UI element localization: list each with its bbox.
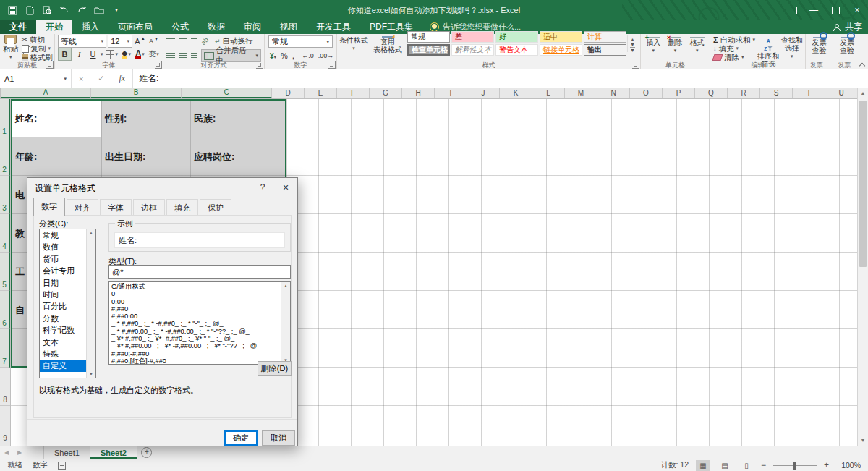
dialog-help-icon[interactable]: ? bbox=[251, 178, 274, 197]
maximize-icon[interactable] bbox=[825, 0, 846, 20]
close-icon[interactable]: × bbox=[846, 0, 868, 20]
gallery-more-icon[interactable]: ▼ bbox=[630, 47, 635, 53]
zoom-level[interactable]: 100% bbox=[836, 461, 861, 470]
format-as-table-button[interactable]: 套用 表格格式 bbox=[369, 35, 407, 52]
column-header[interactable]: C bbox=[182, 88, 272, 98]
invoice-check-button-2[interactable]: 发票 查验 bbox=[834, 35, 860, 52]
select-all-corner[interactable] bbox=[0, 88, 1, 98]
cell-c2-text[interactable]: 应聘岗位: bbox=[194, 137, 234, 176]
sheet-nav-left-icon[interactable]: ◀ bbox=[0, 446, 13, 459]
font-dialog-launcher-icon[interactable] bbox=[155, 61, 162, 69]
copy-button[interactable]: 复制▾ bbox=[22, 44, 54, 53]
row-header[interactable]: 8 bbox=[0, 368, 10, 406]
accounting-format-icon[interactable]: ¥▾ bbox=[270, 52, 276, 60]
insert-function-icon[interactable]: fx bbox=[119, 73, 125, 84]
row-header[interactable]: 5 bbox=[0, 253, 10, 291]
grow-font-icon[interactable]: A▲ bbox=[134, 35, 146, 47]
cell-style-chip[interactable]: 好 bbox=[495, 31, 538, 43]
scroll-up-icon[interactable]: ▲ bbox=[89, 231, 93, 235]
cell-b1-text[interactable]: 性别: bbox=[105, 99, 127, 137]
insert-cells-button[interactable]: 插入▾ bbox=[642, 35, 664, 52]
print-preview-icon[interactable] bbox=[39, 2, 55, 18]
minimize-icon[interactable]: — bbox=[803, 0, 825, 20]
clipboard-dialog-launcher-icon[interactable] bbox=[46, 61, 54, 69]
column-header[interactable]: G bbox=[370, 88, 402, 98]
category-scrollbar[interactable]: ▲▼ bbox=[86, 229, 95, 378]
cell-style-chip[interactable]: 差 bbox=[451, 31, 494, 43]
gallery-scroll-down-icon[interactable]: ▼ bbox=[630, 42, 635, 47]
column-header[interactable]: O bbox=[630, 88, 663, 98]
invoice-check-button-1[interactable]: 发票 查验 bbox=[807, 35, 833, 52]
column-header[interactable]: H bbox=[402, 88, 435, 98]
cell-style-chip[interactable]: 警告文本 bbox=[495, 44, 538, 56]
sort-filter-button[interactable]: AZ 排序和筛选 ▾ bbox=[757, 35, 780, 52]
column-header[interactable]: Q bbox=[695, 88, 728, 98]
scroll-down-icon[interactable]: ▼ bbox=[89, 372, 93, 376]
page-layout-view-icon[interactable]: ▤ bbox=[718, 460, 732, 471]
gallery-scroll-up-icon[interactable]: ▲ bbox=[630, 37, 635, 42]
paste-button[interactable]: 粘贴 ▾ bbox=[1, 35, 20, 60]
formula-content[interactable]: 姓名: bbox=[133, 69, 868, 88]
number-format-select[interactable]: 常规▾ bbox=[268, 35, 333, 48]
format-cells-button[interactable]: 格式▾ bbox=[686, 35, 708, 52]
category-item[interactable]: 特殊 bbox=[40, 348, 86, 360]
column-header[interactable]: A bbox=[1, 88, 91, 98]
cell-a2-text[interactable]: 年龄: bbox=[15, 137, 37, 176]
font-color-icon[interactable]: A▾ bbox=[134, 48, 146, 60]
page-break-view-icon[interactable]: ▯ bbox=[739, 460, 754, 471]
column-header[interactable]: T bbox=[793, 88, 825, 98]
format-item[interactable]: _ ¥* #,##0_ ;_ ¥* -#,##0_ ;_ ¥* "-"_ ;_ … bbox=[109, 335, 281, 342]
format-scrollbar[interactable]: ▲▼ bbox=[281, 282, 290, 364]
align-bottom-icon[interactable] bbox=[191, 38, 197, 44]
delete-format-button[interactable]: 删除(D) bbox=[258, 361, 292, 376]
confirm-entry-icon[interactable]: ✓ bbox=[98, 74, 104, 83]
align-middle-icon[interactable] bbox=[179, 38, 187, 44]
format-item[interactable]: #,##0 bbox=[109, 305, 281, 313]
category-item[interactable]: 日期 bbox=[40, 277, 86, 289]
format-item[interactable]: G/通用格式 bbox=[109, 283, 281, 290]
category-item[interactable]: 百分比 bbox=[40, 300, 86, 312]
cell-a1-text[interactable]: 姓名: bbox=[15, 99, 37, 137]
format-item[interactable]: 0 bbox=[109, 290, 281, 297]
zoom-in-icon[interactable]: + bbox=[824, 460, 829, 470]
new-file-icon[interactable] bbox=[22, 2, 38, 18]
scroll-down-icon[interactable]: ▼ bbox=[858, 435, 868, 446]
category-item[interactable]: 时间 bbox=[40, 289, 86, 300]
cell-style-chip[interactable]: 检查单元格 bbox=[407, 44, 450, 56]
find-select-button[interactable]: 查找和选择 ▾ bbox=[780, 35, 804, 52]
cell-a4-text[interactable]: 教 bbox=[15, 214, 25, 253]
cell-style-chip[interactable]: 解释性文本 bbox=[451, 44, 494, 56]
sheet-tab[interactable]: Sheet2 bbox=[90, 446, 137, 459]
column-header[interactable]: J bbox=[467, 88, 500, 98]
new-sheet-button[interactable]: + bbox=[137, 446, 156, 459]
increase-decimal-icon[interactable]: ←.0 bbox=[302, 52, 314, 59]
column-header[interactable]: P bbox=[663, 88, 695, 98]
category-item[interactable]: 分数 bbox=[40, 313, 86, 324]
format-item[interactable]: 0.00 bbox=[109, 298, 281, 305]
shrink-font-icon[interactable]: A▼ bbox=[148, 35, 160, 47]
fill-button[interactable]: ↓填充▾ bbox=[713, 44, 755, 53]
category-item[interactable]: 科学记数 bbox=[40, 324, 86, 336]
type-input[interactable]: @*_ bbox=[109, 265, 291, 279]
scroll-up-icon[interactable]: ▲ bbox=[858, 88, 868, 98]
cell-c1-text[interactable]: 民族: bbox=[194, 99, 216, 137]
zoom-slider-thumb[interactable] bbox=[793, 462, 796, 470]
align-left-icon[interactable] bbox=[166, 53, 175, 59]
customize-qat-icon[interactable]: ▾ bbox=[109, 2, 124, 18]
dialog-close-icon[interactable]: × bbox=[274, 178, 297, 197]
cell-a6-text[interactable]: 自 bbox=[15, 291, 25, 329]
category-item[interactable]: 常规 bbox=[40, 229, 86, 241]
row-header[interactable]: 6 bbox=[0, 291, 10, 329]
cut-button[interactable]: ✂剪切 bbox=[22, 35, 54, 44]
name-box[interactable]: A1 ▾ bbox=[0, 69, 72, 88]
category-item[interactable]: 数值 bbox=[40, 241, 86, 253]
cell-style-chip[interactable]: 输出 bbox=[584, 44, 626, 56]
chevron-down-icon[interactable]: ▾ bbox=[64, 76, 67, 82]
format-item[interactable]: _ ¥* #,##0.00_ ;_ ¥* -#,##0.00_ ;_ ¥* "-… bbox=[109, 342, 281, 349]
column-header[interactable]: M bbox=[565, 88, 597, 98]
ribbon-tab[interactable]: 文件 bbox=[0, 20, 36, 34]
cell-a3-text[interactable]: 电 bbox=[15, 176, 25, 214]
vertical-scrollbar[interactable]: ▲ ▼ bbox=[857, 88, 868, 446]
row-header[interactable]: 4 bbox=[0, 214, 10, 253]
category-listbox[interactable]: 常规数值货币会计专用日期时间百分比分数科学记数文本特殊自定义 ▲▼ bbox=[39, 229, 96, 378]
